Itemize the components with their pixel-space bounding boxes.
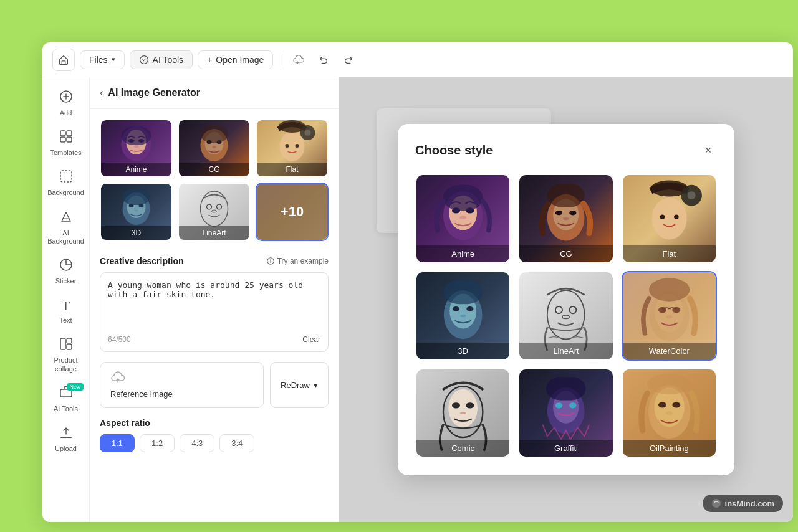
svg-rect-5 xyxy=(60,137,65,142)
panel-style-flat[interactable]: Flat xyxy=(256,119,329,178)
aspect-ratio-title: Aspect ratio xyxy=(100,418,329,428)
sticker-icon xyxy=(59,258,73,275)
svg-rect-0 xyxy=(62,60,65,64)
try-example-button[interactable]: Try an example xyxy=(266,257,329,265)
redraw-arrow-icon: ▾ xyxy=(314,381,318,390)
files-chevron-icon: ▾ xyxy=(112,55,115,64)
svg-point-62 xyxy=(466,306,473,311)
svg-point-65 xyxy=(547,290,585,339)
modal-style-label-anime: Anime xyxy=(416,245,509,262)
creative-description-section: Creative description Try an example A yo… xyxy=(90,251,339,362)
try-example-label: Try an example xyxy=(277,257,329,265)
textarea-footer: 64/500 Clear xyxy=(108,335,320,344)
svg-rect-12 xyxy=(60,437,72,438)
modal-style-oilpainting[interactable]: OilPainting xyxy=(622,368,717,458)
svg-point-54 xyxy=(660,214,664,219)
description-textarea-wrap: A young woman who is around 25 years old… xyxy=(100,272,329,352)
svg-rect-9 xyxy=(67,338,72,343)
panel-style-3d[interactable]: 3D xyxy=(100,183,173,241)
ar-4-3[interactable]: 4:3 xyxy=(180,434,214,452)
modal-style-grid: Anime xyxy=(415,174,717,458)
svg-point-58 xyxy=(687,191,695,199)
panel-style-label-cg: CG xyxy=(179,163,249,176)
open-image-button[interactable]: + Open Image xyxy=(198,50,273,69)
sidebar-item-ai-background[interactable]: AI Background xyxy=(45,205,87,250)
modal-style-cg[interactable]: CG xyxy=(518,174,613,264)
sidebar-item-label-templates: Templates xyxy=(50,149,81,157)
ar-1-1[interactable]: 1:1 xyxy=(100,434,135,452)
modal-style-comic[interactable]: Comic xyxy=(415,368,511,458)
sidebar-item-sticker[interactable]: Sticker xyxy=(45,253,87,290)
home-button[interactable] xyxy=(52,49,75,71)
svg-point-35 xyxy=(135,210,138,212)
cloud-icon-button[interactable] xyxy=(289,50,309,70)
panel-style-label-anime: Anime xyxy=(101,163,171,176)
ar-3-4[interactable]: 3:4 xyxy=(219,434,254,452)
panel: ‹ AI Image Generator xyxy=(90,77,339,522)
sidebar-item-background[interactable]: Background xyxy=(45,164,87,202)
sidebar-item-ai-tools[interactable]: New AI Tools xyxy=(45,381,87,418)
modal-style-graffiti[interactable]: Graffiti xyxy=(518,368,613,458)
svg-point-74 xyxy=(649,278,690,301)
svg-rect-10 xyxy=(67,344,72,349)
panel-style-more[interactable]: +10 xyxy=(256,183,329,241)
redraw-box[interactable]: ReDraw ▾ xyxy=(270,362,329,408)
canvas-area: Choose style × xyxy=(339,77,793,522)
modal-style-flat[interactable]: Flat xyxy=(622,174,717,264)
svg-rect-84 xyxy=(546,377,585,400)
panel-style-anime[interactable]: Anime xyxy=(100,119,173,178)
svg-point-40 xyxy=(212,210,217,212)
description-textarea[interactable]: A young woman who is around 25 years old… xyxy=(108,280,320,330)
reference-image-label: Reference Image xyxy=(110,389,173,399)
ar-1-2[interactable]: 1:2 xyxy=(140,434,175,452)
svg-point-26 xyxy=(286,144,289,148)
sidebar-item-text[interactable]: T Text xyxy=(45,293,87,330)
modal-header: Choose style × xyxy=(415,141,717,159)
clear-button[interactable]: Clear xyxy=(302,335,320,344)
modal-style-label-comic: Comic xyxy=(416,440,509,457)
panel-style-cg[interactable]: CG xyxy=(178,119,251,178)
svg-point-37 xyxy=(201,191,228,226)
sidebar-item-label-background: Background xyxy=(47,189,84,197)
ai-tools-header-button[interactable]: AI Tools xyxy=(130,50,193,69)
aspect-ratio-section: Aspect ratio 1:1 1:2 4:3 3:4 xyxy=(90,418,339,462)
svg-point-83 xyxy=(570,402,577,408)
sidebar-item-product-collage[interactable]: Product collage xyxy=(45,332,87,378)
modal-style-label-flat: Flat xyxy=(623,245,716,262)
panel-title: AI Image Generator xyxy=(108,87,200,98)
sidebar-item-add[interactable]: Add xyxy=(45,85,87,122)
choose-style-modal: Choose style × xyxy=(398,124,734,475)
app-window: Files ▾ AI Tools + Open Image xyxy=(42,42,793,522)
svg-point-39 xyxy=(217,204,222,209)
redo-button[interactable] xyxy=(339,50,358,70)
modal-style-label-cg: CG xyxy=(519,245,612,262)
svg-point-73 xyxy=(666,315,673,319)
svg-point-63 xyxy=(460,315,466,318)
files-button[interactable]: Files ▾ xyxy=(80,50,125,69)
undo-button[interactable] xyxy=(314,50,334,70)
modal-close-button[interactable]: × xyxy=(699,141,717,159)
svg-rect-52 xyxy=(547,184,585,207)
modal-style-3d[interactable]: 3D xyxy=(415,271,511,361)
modal-style-watercolor[interactable]: WaterColor xyxy=(622,271,717,361)
svg-point-88 xyxy=(672,402,680,407)
svg-point-51 xyxy=(563,217,569,221)
svg-point-87 xyxy=(658,402,666,407)
svg-point-82 xyxy=(555,402,562,408)
panel-style-lineart[interactable]: LineArt xyxy=(178,183,251,241)
svg-point-78 xyxy=(466,402,474,408)
svg-point-67 xyxy=(570,306,577,313)
modal-style-anime[interactable]: Anime xyxy=(415,174,511,264)
panel-style-label-3d: 3D xyxy=(101,226,171,240)
sidebar-item-upload[interactable]: Upload xyxy=(45,420,87,458)
svg-point-77 xyxy=(452,402,460,408)
svg-point-23 xyxy=(213,146,216,148)
main-area: Add Templates xyxy=(42,77,793,522)
panel-style-label-lineart: LineArt xyxy=(179,226,249,240)
sidebar-item-templates[interactable]: Templates xyxy=(45,125,87,162)
reference-image-box[interactable]: Reference Image xyxy=(100,362,264,408)
modal-style-lineart[interactable]: LineArt xyxy=(518,271,613,361)
upload-icon xyxy=(59,425,73,442)
aspect-ratio-options: 1:1 1:2 4:3 3:4 xyxy=(100,434,329,452)
back-arrow-icon[interactable]: ‹ xyxy=(100,87,103,98)
